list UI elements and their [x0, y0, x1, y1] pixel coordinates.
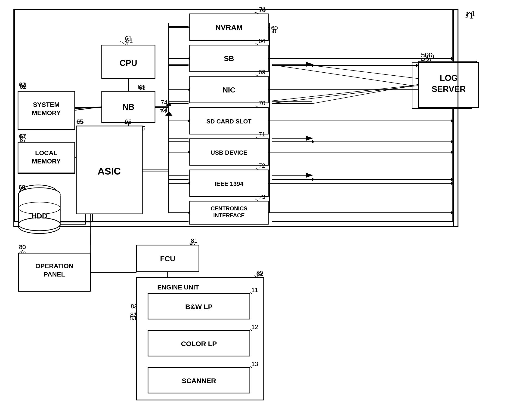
svg-text:OPERATION: OPERATION [35, 262, 73, 270]
svg-text:66: 66 [125, 118, 132, 125]
svg-text:81: 81 [191, 237, 198, 244]
svg-text:67: 67 [19, 133, 26, 140]
svg-text:ASIC: ASIC [98, 166, 121, 177]
svg-text:70: 70 [259, 100, 265, 107]
svg-text:500: 500 [423, 53, 434, 60]
svg-text:SYSTEM: SYSTEM [33, 101, 59, 108]
svg-text:NIC: NIC [222, 86, 235, 94]
svg-text:INTERFACE: INTERFACE [213, 212, 245, 218]
svg-text:PANEL: PANEL [44, 271, 65, 278]
svg-text:USB DEVICE: USB DEVICE [211, 149, 247, 156]
svg-text:IEEE 1394: IEEE 1394 [215, 180, 244, 187]
svg-text:80: 80 [19, 243, 26, 250]
svg-text:CENTRONICS: CENTRONICS [211, 205, 247, 212]
svg-text:13: 13 [251, 360, 258, 367]
svg-text:HDD: HDD [31, 212, 47, 220]
diagram-container: ↙1 CPU 61 NB 63 SYSTEM MEMORY 62 LOCAL M… [0, 0, 532, 412]
svg-text:82: 82 [257, 270, 264, 277]
svg-text:ENGINE UNIT: ENGINE UNIT [157, 284, 199, 291]
svg-text:63: 63 [139, 84, 145, 91]
main-svg: ⤴1 CPU 61 NB 63 SYSTEM MEMORY 62 LOCAL M… [0, 0, 532, 412]
svg-text:⤴1: ⤴1 [465, 11, 474, 20]
svg-text:FCU: FCU [160, 254, 175, 263]
svg-text:B&W LP: B&W LP [185, 303, 213, 310]
svg-text:SD CARD SLOT: SD CARD SLOT [207, 118, 252, 125]
svg-text:NVRAM: NVRAM [215, 23, 242, 32]
svg-text:65: 65 [77, 118, 84, 125]
svg-text:SB: SB [224, 54, 234, 63]
svg-text:SERVER: SERVER [432, 84, 466, 94]
svg-text:SCANNER: SCANNER [182, 377, 216, 384]
svg-text:CPU: CPU [120, 58, 137, 68]
svg-text:76: 76 [259, 7, 265, 13]
svg-text:MEMORY: MEMORY [32, 109, 61, 117]
svg-text:71: 71 [259, 131, 265, 138]
svg-text:83: 83 [130, 315, 136, 322]
svg-text:MEMORY: MEMORY [32, 158, 61, 165]
svg-text:74: 74 [160, 108, 166, 115]
svg-text:74: 74 [161, 99, 167, 106]
svg-text:NB: NB [122, 102, 134, 112]
svg-line-172 [269, 85, 419, 103]
svg-text:61: 61 [125, 35, 132, 42]
svg-text:73: 73 [259, 193, 265, 200]
svg-text:64: 64 [259, 37, 265, 44]
svg-text:60: 60 [271, 25, 278, 31]
svg-text:LOCAL: LOCAL [35, 149, 57, 157]
svg-text:12: 12 [251, 323, 258, 330]
svg-text:LOG: LOG [440, 73, 458, 83]
svg-text:69: 69 [259, 69, 265, 75]
svg-text:68: 68 [19, 184, 26, 191]
svg-line-138 [312, 66, 419, 79]
svg-text:COLOR LP: COLOR LP [181, 340, 217, 347]
svg-text:72: 72 [259, 162, 265, 169]
svg-text:11: 11 [251, 286, 258, 293]
svg-text:62: 62 [19, 81, 26, 88]
